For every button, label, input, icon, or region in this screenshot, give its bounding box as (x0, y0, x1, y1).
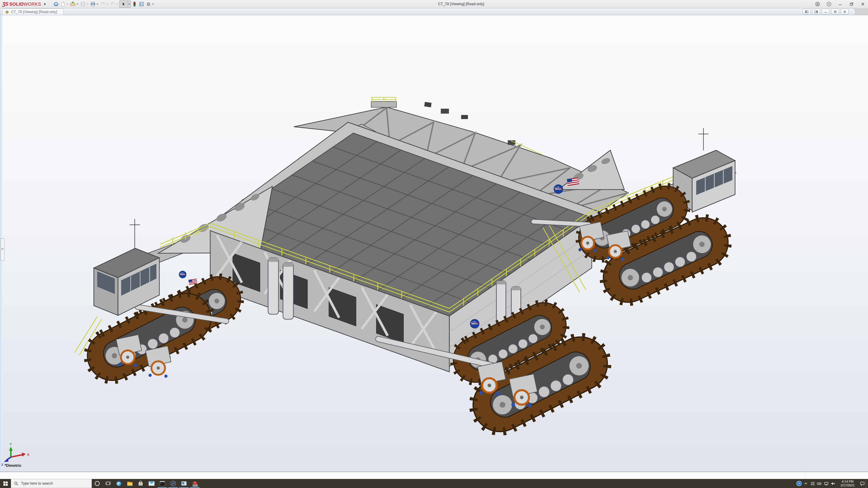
open-dropdown-caret[interactable] (76, 4, 79, 5)
undo-icon (100, 1, 105, 7)
solidworks-logo: ƷS SOLIDWORKS (2, 1, 41, 7)
taskbar-item-media-app[interactable] (179, 479, 189, 488)
orientation-label: *Dimetric (4, 463, 22, 468)
restore-icon (849, 2, 854, 6)
search-input[interactable] (21, 481, 87, 486)
close-icon (861, 2, 865, 6)
file-explorer-icon (127, 481, 133, 486)
brand-solid: SOLID (9, 2, 24, 7)
new-document-button[interactable] (60, 1, 66, 7)
chevron-up-icon (804, 482, 808, 486)
select-tool-group (119, 0, 131, 8)
svg-text:NASA: NASA (555, 188, 561, 190)
triad-x-label: X (27, 453, 29, 456)
taskbar-item-solidworks[interactable]: 2021 (189, 479, 200, 488)
tray-clock[interactable]: 4:14 PM 2/17/2021 (836, 480, 859, 487)
show-desktop-button[interactable] (866, 479, 868, 488)
tray-time: 4:14 PM (836, 480, 859, 484)
document-tab-label: CT_TA [Viewing] [Read-only] (11, 10, 57, 14)
microsoft-store-icon (138, 481, 143, 486)
window-controls: ? (815, 0, 866, 8)
status-bar (0, 472, 868, 479)
battery-icon (817, 482, 822, 486)
open-button[interactable] (70, 1, 76, 7)
taskbar-item-command-prompt[interactable]: C:\_ (157, 479, 168, 488)
mdi-restore-button[interactable] (831, 9, 839, 14)
save-button[interactable] (80, 1, 86, 7)
volume-muted-icon (831, 482, 835, 486)
minimize-button[interactable] (837, 1, 843, 7)
undo-button[interactable] (99, 1, 106, 7)
new-document-icon (61, 2, 66, 6)
print-dropdown-caret[interactable] (96, 4, 98, 5)
mdi-minimize-button[interactable] (822, 9, 830, 14)
select-tool-button[interactable] (120, 1, 127, 7)
options-dropdown-caret[interactable] (152, 4, 154, 5)
taskbar-item-mail[interactable] (146, 479, 157, 488)
mdi-tile-right-button[interactable] (812, 9, 820, 14)
taskbar-item-file-explorer[interactable] (124, 479, 135, 488)
pane-left-icon (805, 10, 808, 13)
screen-capture-icon (811, 482, 815, 486)
print-button[interactable] (90, 1, 96, 7)
redo-button[interactable] (110, 1, 116, 7)
start-button[interactable] (0, 479, 11, 488)
taskbar-item-microsoft-store[interactable] (135, 479, 146, 488)
mail-icon (149, 481, 155, 486)
undo-dropdown-caret[interactable] (106, 4, 108, 5)
redo-icon (110, 1, 116, 7)
quick-access-toolbar: ⚙ (53, 0, 155, 8)
mdi-restore-icon (834, 10, 837, 13)
open-folder-icon (70, 1, 76, 7)
taskbar-item-edge[interactable] (114, 479, 124, 488)
model-canvas[interactable]: NASA NASA NASA Y (0, 15, 868, 472)
options-button[interactable]: ⚙ (145, 1, 152, 7)
save-dropdown-caret[interactable] (87, 4, 88, 5)
document-tab[interactable]: CT_TA [Viewing] [Read-only] (2, 8, 64, 15)
pane-right-icon (815, 10, 818, 13)
close-button[interactable] (860, 1, 866, 7)
hexagon-app-icon (170, 481, 176, 486)
triad-z-label: Z (1, 463, 3, 466)
mdi-close-button[interactable] (841, 9, 848, 14)
media-app-icon (181, 481, 187, 486)
brand-works: WORKS (24, 2, 41, 7)
part-document-icon (5, 10, 9, 14)
action-center-icon (860, 481, 865, 486)
tray-help-button[interactable]: ? (796, 479, 802, 488)
taskbar-item-task-view[interactable] (103, 479, 114, 488)
gear-icon: ⚙ (146, 2, 151, 6)
select-dropdown-caret[interactable] (127, 1, 131, 7)
triad-y-label: Y (9, 442, 12, 446)
toolbar-flyout-arrow-icon[interactable] (44, 3, 46, 5)
svg-text:?: ? (828, 3, 830, 6)
tray-volume-button[interactable] (830, 479, 836, 488)
title-bar: ƷS SOLIDWORKS (0, 0, 868, 8)
svg-text:2021: 2021 (193, 484, 198, 487)
taskbar-item-hexagon-app[interactable] (168, 479, 179, 488)
redo-dropdown-caret[interactable] (116, 4, 118, 5)
mdi-tile-left-button[interactable] (803, 9, 811, 14)
restore-button[interactable] (848, 1, 855, 7)
tray-network-button[interactable] (823, 479, 830, 488)
nasa-logo-decal: NASA (179, 271, 186, 278)
help-button[interactable]: ? (826, 1, 832, 7)
help-tray-icon: ? (796, 481, 802, 486)
ethernet-icon (824, 482, 829, 486)
document-tab-bar: CT_TA [Viewing] [Read-only] (0, 8, 868, 15)
tray-battery-button[interactable] (816, 479, 823, 488)
tray-hidden-icons-button[interactable] (802, 479, 809, 488)
taskbar-search[interactable] (11, 479, 92, 488)
evaluate-button[interactable] (138, 1, 145, 7)
home-button[interactable] (53, 1, 59, 7)
tray-capture-button[interactable] (809, 479, 816, 488)
graphics-viewport[interactable]: NASA NASA NASA Y (0, 15, 868, 472)
action-center-button[interactable] (859, 479, 866, 488)
featuremanager-flyout-handle[interactable] (1, 238, 4, 260)
account-button[interactable] (815, 1, 820, 7)
taskbar-item-cortana[interactable] (92, 479, 103, 488)
svg-text:C:\_: C:\_ (160, 483, 165, 485)
crawler-transporter-model[interactable]: NASA NASA NASA (74, 97, 736, 441)
new-dropdown-caret[interactable] (67, 4, 68, 5)
performance-light-button[interactable] (131, 1, 138, 7)
